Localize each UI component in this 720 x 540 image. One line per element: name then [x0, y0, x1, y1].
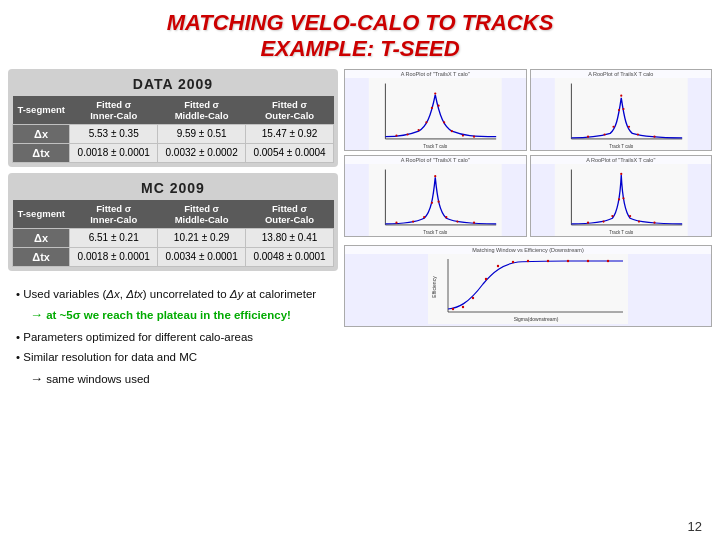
- svg-text:Efficiency: Efficiency: [431, 276, 437, 298]
- svg-point-24: [627, 125, 629, 127]
- page-title: MATCHING VELO-CALO TO TRACKS EXAMPLE: T-…: [0, 0, 720, 69]
- row-dx-outer: 15.47 ± 0.92: [246, 124, 334, 143]
- svg-point-39: [473, 221, 475, 223]
- right-panel: A RooPlot of "TrailsX T calo": [344, 69, 712, 396]
- svg-point-22: [620, 94, 622, 96]
- svg-point-10: [443, 121, 445, 123]
- svg-point-64: [547, 260, 549, 262]
- row-dtx-middle: 0.0032 ± 0.0002: [158, 143, 246, 162]
- row-mc-dx-label: Δx: [13, 228, 70, 247]
- page-number: 12: [688, 519, 702, 534]
- table-row: Δx 6.51 ± 0.21 10.21 ± 0.29 13.80 ± 0.41: [13, 228, 334, 247]
- svg-point-50: [629, 215, 631, 217]
- row-mc-dtx-label: Δtx: [13, 247, 70, 266]
- row-mc-dx-inner: 6.51 ± 0.21: [70, 228, 158, 247]
- row-mc-dx-middle: 10.21 ± 0.29: [158, 228, 246, 247]
- row-dtx-label: Δtx: [13, 143, 70, 162]
- svg-point-48: [620, 173, 622, 175]
- left-panel: DATA 2009 T-segment Fitted σInner-Calo F…: [8, 69, 338, 396]
- row-mc-dtx-middle: 0.0034 ± 0.0001: [158, 247, 246, 266]
- svg-point-65: [567, 260, 569, 262]
- svg-point-19: [603, 133, 605, 135]
- col-middle-data: Fitted σMiddle-Calo: [158, 96, 246, 125]
- svg-point-66: [587, 260, 589, 262]
- svg-point-13: [473, 135, 475, 137]
- svg-text:Track T calo: Track T calo: [609, 144, 634, 149]
- row-mc-dtx-outer: 0.0048 ± 0.0001: [246, 247, 334, 266]
- col-middle-mc: Fitted σMiddle-Calo: [158, 200, 246, 229]
- data-plot2-svg: Track T calo: [531, 78, 712, 150]
- svg-point-51: [637, 220, 639, 222]
- table-row: Δtx 0.0018 ± 0.0001 0.0032 ± 0.0002 0.00…: [13, 143, 334, 162]
- svg-text:Sigma(downstream): Sigma(downstream): [514, 316, 559, 322]
- svg-point-63: [527, 260, 529, 262]
- mc2009-table: T-segment Fitted σInner-Calo Fitted σMid…: [12, 200, 334, 267]
- mc-plot1-title: A RooPlot of "TrailsX T calo": [345, 156, 526, 164]
- mc-plot2-title: A RooPlot of "TrailsX T calo": [531, 156, 712, 164]
- svg-point-57: [452, 308, 454, 310]
- table-row: Δtx 0.0018 ± 0.0001 0.0034 ± 0.0001 0.00…: [13, 247, 334, 266]
- efficiency-plot-title: Matching Window vs Efficiency (Downstrea…: [345, 246, 711, 254]
- col-inner-mc: Fitted σInner-Calo: [70, 200, 158, 229]
- svg-point-62: [512, 261, 514, 263]
- col-outer-mc: Fitted σOuter-Calo: [246, 200, 334, 229]
- row-dx-label: Δx: [13, 124, 70, 143]
- data-plot1-title: A RooPlot of "TrailsX T calo": [345, 70, 526, 78]
- mc2009-section: MC 2009 T-segment Fitted σInner-Calo Fit…: [8, 173, 338, 271]
- svg-point-7: [431, 107, 433, 109]
- data2009-section: DATA 2009 T-segment Fitted σInner-Calo F…: [8, 69, 338, 167]
- svg-point-31: [395, 221, 397, 223]
- mc2009-title: MC 2009: [12, 177, 334, 200]
- svg-point-25: [636, 133, 638, 135]
- svg-rect-54: [428, 254, 628, 324]
- col-tsegment-mc: T-segment: [13, 200, 70, 229]
- svg-point-44: [586, 221, 588, 223]
- mc-plot1-svg: Track T calo: [345, 164, 526, 236]
- svg-point-12: [462, 134, 464, 136]
- mc-plot1: A RooPlot of "TrailsX T calo" Track T: [344, 155, 527, 237]
- bullet-1: • Used variables (Δx, Δtx) uncorrelated …: [16, 285, 330, 303]
- bullet-4: • Similar resolution for data and MC: [16, 348, 330, 366]
- data2009-header-row: T-segment Fitted σInner-Calo Fitted σMid…: [13, 96, 334, 125]
- title-line2: EXAMPLE: T-SEED: [260, 36, 459, 61]
- svg-point-11: [451, 130, 453, 132]
- svg-point-35: [434, 175, 436, 177]
- svg-point-46: [611, 215, 613, 217]
- main-content: DATA 2009 T-segment Fitted σInner-Calo F…: [0, 69, 720, 396]
- svg-point-8: [434, 92, 436, 94]
- svg-text:Track T calo: Track T calo: [609, 230, 634, 235]
- data-plot1-svg: Track T calo: [345, 78, 526, 150]
- svg-point-49: [622, 197, 624, 199]
- svg-point-58: [462, 306, 464, 308]
- svg-point-4: [406, 133, 408, 135]
- mc-plot2-svg: Track T calo: [531, 164, 712, 236]
- data-plot2: A RooPlot of TrailsX T calo Track T ca: [530, 69, 713, 151]
- row-mc-dtx-inner: 0.0018 ± 0.0001: [70, 247, 158, 266]
- svg-point-6: [425, 121, 427, 123]
- bullet-5-arrow: → same windows used: [16, 369, 330, 390]
- title-line1: MATCHING VELO-CALO TO TRACKS: [167, 10, 554, 35]
- svg-point-9: [437, 104, 439, 106]
- svg-point-61: [497, 265, 499, 267]
- bullet-section: • Used variables (Δx, Δtx) uncorrelated …: [8, 277, 338, 396]
- svg-point-36: [437, 200, 439, 202]
- row-dtx-outer: 0.0054 ± 0.0004: [246, 143, 334, 162]
- row-dtx-inner: 0.0018 ± 0.0001: [70, 143, 158, 162]
- col-tsegment: T-segment: [13, 96, 70, 125]
- svg-point-34: [431, 201, 433, 203]
- row-dx-middle: 9.59 ± 0.51: [158, 124, 246, 143]
- row-mc-dx-outer: 13.80 ± 0.41: [246, 228, 334, 247]
- svg-point-60: [485, 278, 487, 280]
- data-plot2-title: A RooPlot of TrailsX T calo: [531, 70, 712, 78]
- svg-point-67: [607, 260, 609, 262]
- svg-point-26: [653, 135, 655, 137]
- table-row: Δx 5.53 ± 0.35 9.59 ± 0.51 15.47 ± 0.92: [13, 124, 334, 143]
- efficiency-plot-svg: Sigma(downstream) Efficiency: [345, 254, 711, 324]
- col-outer-data: Fitted σOuter-Calo: [246, 96, 334, 125]
- svg-point-3: [395, 134, 397, 136]
- data2009-table: T-segment Fitted σInner-Calo Fitted σMid…: [12, 96, 334, 163]
- row-dx-inner: 5.53 ± 0.35: [70, 124, 158, 143]
- svg-point-5: [418, 129, 420, 131]
- efficiency-plot: Matching Window vs Efficiency (Downstrea…: [344, 245, 712, 327]
- mc2009-header-row: T-segment Fitted σInner-Calo Fitted σMid…: [13, 200, 334, 229]
